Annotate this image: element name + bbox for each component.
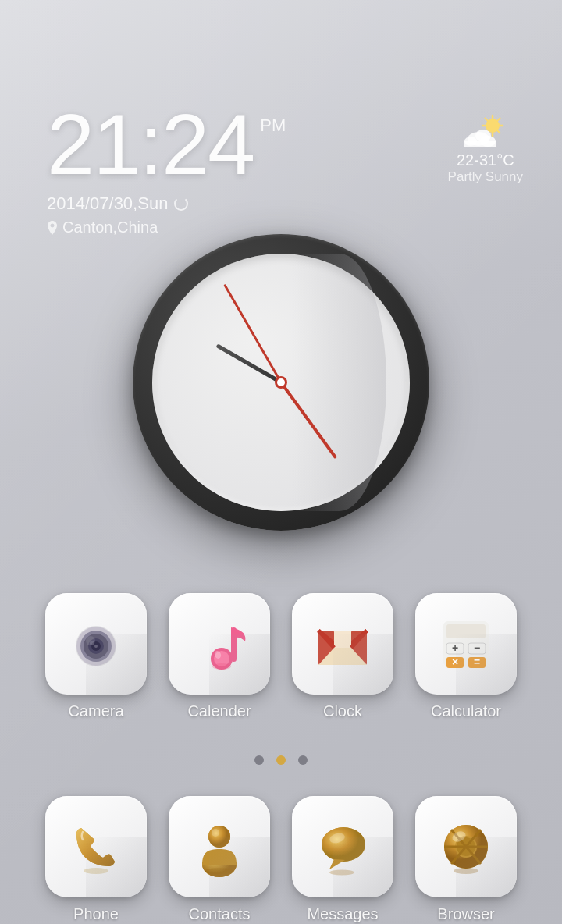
screen: 21:24 PM 2014/07/30,Sun Canton,China (0, 0, 562, 924)
app-phone[interactable]: Phone (45, 796, 147, 923)
calculator-icon: + − × = (436, 613, 496, 674)
svg-text:+: + (452, 641, 458, 654)
svg-point-18 (94, 645, 98, 648)
svg-point-25 (214, 650, 222, 659)
messages-label: Messages (307, 905, 378, 923)
app-icons-row-1: Camera Calende (45, 593, 517, 720)
location-pin-icon (47, 221, 58, 235)
svg-point-21 (86, 636, 95, 645)
svg-point-22 (211, 648, 233, 670)
svg-point-12 (475, 130, 491, 142)
svg-line-5 (486, 119, 488, 121)
app-contacts[interactable]: Contacts (169, 796, 270, 923)
svg-point-16 (88, 638, 104, 654)
clock-minute-hand (279, 382, 337, 459)
calculator-label: Calculator (431, 702, 501, 720)
page-dot-3[interactable] (298, 755, 308, 765)
time-ampm: PM (260, 116, 286, 136)
weather-description: Partly Sunny (448, 169, 523, 185)
weather-temp: 22-31°C (448, 151, 523, 169)
browser-icon (436, 816, 496, 877)
phone-icon (66, 816, 126, 877)
weather-icon-area (448, 113, 523, 148)
time-area: 21:24 PM 2014/07/30,Sun Canton,China (47, 101, 286, 236)
app-calender[interactable]: Calender (169, 593, 270, 720)
contacts-label: Contacts (189, 905, 251, 923)
svg-point-60 (454, 868, 478, 874)
app-icons-row-2: Phone (45, 796, 517, 923)
svg-rect-39 (468, 657, 486, 668)
calculator-icon-box[interactable]: + − × = (415, 593, 517, 695)
svg-point-15 (84, 634, 108, 659)
svg-point-43 (208, 826, 230, 848)
page-dot-1[interactable] (254, 755, 264, 765)
time-digits: 21:24 (47, 101, 254, 187)
svg-rect-32 (446, 624, 486, 638)
svg-point-26 (212, 663, 231, 670)
messages-icon-box[interactable] (292, 796, 393, 897)
svg-point-47 (205, 868, 233, 874)
calender-icon-box[interactable] (169, 593, 270, 695)
svg-text:−: − (474, 641, 480, 654)
analog-clock (133, 234, 429, 531)
svg-rect-35 (468, 643, 486, 654)
clock-face (152, 254, 410, 511)
svg-point-19 (90, 641, 94, 645)
svg-text:×: × (452, 656, 458, 668)
svg-point-41 (84, 868, 108, 874)
svg-point-51 (329, 870, 354, 876)
svg-point-54 (455, 836, 477, 858)
svg-line-6 (498, 131, 500, 133)
app-calculator[interactable]: + − × = Calculator (415, 593, 517, 720)
svg-line-7 (498, 119, 500, 121)
svg-point-46 (212, 829, 219, 837)
svg-rect-30 (334, 631, 351, 665)
weather-area: 22-31°C Partly Sunny (448, 113, 523, 185)
svg-point-49 (322, 827, 365, 862)
contacts-icon (189, 816, 250, 877)
page-indicators (254, 755, 308, 765)
time-display: 21:24 PM (47, 101, 286, 187)
clock-center-dot (275, 376, 287, 389)
camera-icon (66, 613, 126, 674)
svg-point-17 (91, 641, 101, 651)
calender-label: Calender (187, 702, 251, 720)
svg-point-20 (76, 627, 116, 666)
browser-icon-box[interactable] (415, 796, 517, 897)
weather-sun-cloud-icon (460, 113, 510, 148)
messages-icon (312, 816, 373, 877)
camera-label: Camera (68, 702, 123, 720)
contacts-icon-box[interactable] (169, 796, 270, 897)
page-dot-2[interactable] (276, 755, 286, 765)
svg-rect-11 (464, 141, 496, 147)
browser-label: Browser (437, 905, 494, 923)
sync-icon (174, 197, 188, 211)
camera-icon-box[interactable] (45, 593, 147, 695)
svg-point-55 (457, 837, 475, 856)
date-text: 2014/07/30,Sun (47, 194, 168, 214)
app-messages[interactable]: Messages (292, 796, 393, 923)
svg-text:=: = (474, 656, 480, 668)
clock-shadow (293, 254, 386, 511)
svg-point-23 (214, 651, 229, 666)
mail-icon (312, 613, 373, 674)
app-camera[interactable]: Camera (45, 593, 147, 720)
app-browser[interactable]: Browser (415, 796, 517, 923)
clock-icon-box[interactable] (292, 593, 393, 695)
svg-rect-29 (351, 631, 367, 665)
app-clock[interactable]: Clock (292, 593, 393, 720)
phone-label: Phone (73, 905, 119, 923)
phone-icon-box[interactable] (45, 796, 147, 897)
calender-icon (189, 613, 250, 674)
date-line: 2014/07/30,Sun (47, 194, 286, 214)
clock-label: Clock (323, 702, 362, 720)
clock-outer-ring (133, 234, 429, 531)
